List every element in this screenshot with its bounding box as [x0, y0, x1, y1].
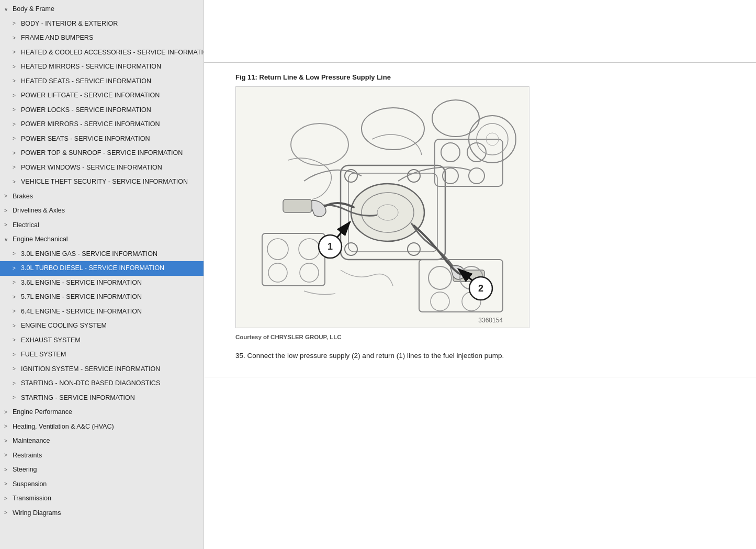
sidebar-item-vehicle-theft[interactable]: >VEHICLE THEFT SECURITY - SERVICE INFORM…	[0, 175, 204, 189]
diagram-container: 1 2 3360154	[235, 86, 529, 328]
sidebar-item-power-liftgate[interactable]: >POWER LIFTGATE - SERVICE INFORMATION	[0, 88, 204, 103]
chevron-icon: >	[13, 121, 20, 128]
chevron-icon: >	[13, 351, 20, 358]
sidebar-item-heated-mirrors[interactable]: >HEATED MIRRORS - SERVICE INFORMATION	[0, 60, 204, 74]
chevron-icon: >	[13, 308, 20, 315]
courtesy-text: Courtesy of CHRYSLER GROUP, LLC	[235, 334, 735, 340]
chevron-icon: >	[13, 150, 20, 157]
chevron-icon: >	[4, 193, 12, 200]
sidebar-item-label: EXHAUST SYSTEM	[21, 336, 81, 345]
sidebar-item-engine-3l-gas[interactable]: >3.0L ENGINE GAS - SERVICE INFORMATION	[0, 247, 204, 262]
sidebar-item-transmission[interactable]: >Transmission	[0, 491, 204, 506]
chevron-icon: >	[13, 49, 20, 56]
sidebar-item-label: BODY - INTERIOR & EXTERIOR	[21, 19, 118, 29]
svg-text:3360154: 3360154	[478, 317, 503, 324]
chevron-icon: >	[13, 106, 20, 114]
chevron-icon: >	[13, 294, 20, 301]
sidebar-item-label: 3.0L ENGINE GAS - SERVICE INFORMATION	[21, 250, 157, 259]
instruction-text: 35. Connect the low pressure supply (2) …	[235, 351, 735, 361]
sidebar-item-label: POWER LIFTGATE - SERVICE INFORMATION	[21, 91, 160, 100]
sidebar-item-power-seats[interactable]: >POWER SEATS - SERVICE INFORMATION	[0, 132, 204, 147]
sidebar-item-maintenance[interactable]: >Maintenance	[0, 434, 204, 449]
sidebar-item-label: HEATED SEATS - SERVICE INFORMATION	[21, 77, 151, 86]
engine-diagram: 1 2 3360154	[236, 87, 529, 328]
sidebar-item-ignition[interactable]: >IGNITION SYSTEM - SERVICE INFORMATION	[0, 362, 204, 377]
sidebar-item-label: Brakes	[13, 192, 33, 201]
sidebar-item-starting-service[interactable]: >STARTING - SERVICE INFORMATION	[0, 391, 204, 406]
chevron-icon: >	[13, 35, 20, 42]
sidebar-item-engine-36l[interactable]: >3.6L ENGINE - SERVICE INFORMATION	[0, 276, 204, 290]
sidebar-item-label: Engine Performance	[13, 408, 72, 417]
sidebar-item-brakes[interactable]: >Brakes	[0, 189, 204, 204]
svg-rect-13	[283, 199, 312, 212]
sidebar-item-label: HEATED & COOLED ACCESSORIES - SERVICE IN…	[21, 48, 204, 58]
chevron-icon: >	[13, 394, 20, 401]
sidebar-item-engine-cooling[interactable]: >ENGINE COOLING SYSTEM	[0, 319, 204, 333]
sidebar-item-fuel-system[interactable]: >FUEL SYSTEM	[0, 348, 204, 362]
sidebar-item-engine-64l[interactable]: >6.4L ENGINE - SERVICE INFORMATION	[0, 305, 204, 319]
sidebar-item-body-frame[interactable]: ∨Body & Frame	[0, 2, 204, 17]
sidebar-item-heated-cooled[interactable]: >HEATED & COOLED ACCESSORIES - SERVICE I…	[0, 46, 204, 60]
sidebar-item-label: Wiring Diagrams	[13, 509, 61, 518]
sidebar-item-drivelines[interactable]: >Drivelines & Axles	[0, 204, 204, 218]
sidebar-item-label: 3.6L ENGINE - SERVICE INFORMATION	[21, 278, 142, 288]
figure-section: Fig 11: Return Line & Low Pressure Suppl…	[204, 63, 756, 377]
sidebar-item-label: Transmission	[13, 494, 51, 503]
sidebar-item-restraints[interactable]: >Restraints	[0, 449, 204, 463]
sidebar-item-label: Restraints	[13, 451, 42, 461]
sidebar-item-engine-57l[interactable]: >5.7L ENGINE - SERVICE INFORMATION	[0, 290, 204, 305]
chevron-icon: ∨	[4, 6, 12, 13]
sidebar-item-starting-non-dtc[interactable]: >STARTING - NON-DTC BASED DIAGNOSTICS	[0, 376, 204, 391]
chevron-icon: >	[13, 178, 20, 186]
sidebar-item-frame-bumpers[interactable]: >FRAME AND BUMPERS	[0, 31, 204, 46]
sidebar-item-hvac[interactable]: >Heating, Ventilation & A&C (HVAC)	[0, 420, 204, 434]
sidebar-item-suspension[interactable]: >Suspension	[0, 477, 204, 492]
chevron-icon: >	[13, 63, 20, 71]
sidebar-item-label: POWER WINDOWS - SERVICE INFORMATION	[21, 163, 162, 173]
chevron-icon: >	[13, 265, 20, 272]
chevron-icon: >	[13, 279, 20, 286]
sidebar-item-heated-seats[interactable]: >HEATED SEATS - SERVICE INFORMATION	[0, 74, 204, 89]
chevron-icon: >	[13, 337, 20, 344]
sidebar-item-label: Maintenance	[13, 436, 50, 446]
sidebar-item-engine-3l-diesel[interactable]: >3.0L TURBO DIESEL - SERVICE INFORMATION	[0, 261, 204, 276]
sidebar-item-label: HEATED MIRRORS - SERVICE INFORMATION	[21, 62, 161, 72]
chevron-icon: >	[13, 365, 20, 373]
sidebar-item-label: FUEL SYSTEM	[21, 350, 66, 360]
figure-caption: Fig 11: Return Line & Low Pressure Suppl…	[235, 73, 735, 81]
chevron-icon: >	[13, 77, 20, 85]
sidebar-item-power-top[interactable]: >POWER TOP & SUNROOF - SERVICE INFORMATI…	[0, 146, 204, 161]
sidebar-item-label: POWER MIRRORS - SERVICE INFORMATION	[21, 120, 160, 129]
chevron-icon: >	[13, 135, 20, 142]
sidebar[interactable]: ∨Body & Frame>BODY - INTERIOR & EXTERIOR…	[0, 0, 204, 549]
sidebar-item-engine-mechanical[interactable]: ∨Engine Mechanical	[0, 232, 204, 247]
sidebar-item-exhaust[interactable]: >EXHAUST SYSTEM	[0, 333, 204, 348]
sidebar-item-label: ENGINE COOLING SYSTEM	[21, 321, 107, 331]
chevron-icon: >	[4, 423, 12, 430]
chevron-icon: >	[13, 20, 20, 27]
chevron-icon: >	[4, 509, 12, 517]
sidebar-item-steering[interactable]: >Steering	[0, 463, 204, 477]
chevron-icon: >	[13, 250, 20, 257]
sidebar-item-label: IGNITION SYSTEM - SERVICE INFORMATION	[21, 365, 160, 374]
chevron-icon: >	[4, 480, 12, 488]
sidebar-item-label: 5.7L ENGINE - SERVICE INFORMATION	[21, 293, 142, 302]
chevron-icon: >	[4, 409, 12, 416]
sidebar-item-engine-performance[interactable]: >Engine Performance	[0, 405, 204, 420]
chevron-icon: >	[4, 221, 12, 229]
sidebar-item-power-locks[interactable]: >POWER LOCKS - SERVICE INFORMATION	[0, 103, 204, 118]
chevron-icon: >	[4, 452, 12, 459]
sidebar-item-label: Engine Mechanical	[13, 235, 68, 244]
sidebar-item-label: 3.0L TURBO DIESEL - SERVICE INFORMATION	[21, 264, 164, 273]
sidebar-item-label: STARTING - NON-DTC BASED DIAGNOSTICS	[21, 379, 160, 388]
sidebar-item-electrical[interactable]: >Electrical	[0, 218, 204, 233]
sidebar-item-power-windows[interactable]: >POWER WINDOWS - SERVICE INFORMATION	[0, 161, 204, 175]
chevron-icon: >	[13, 92, 20, 99]
chevron-icon: >	[4, 495, 12, 502]
sidebar-item-label: Steering	[13, 465, 37, 475]
sidebar-item-wiring-diagrams[interactable]: >Wiring Diagrams	[0, 506, 204, 521]
sidebar-item-label: Body & Frame	[13, 5, 54, 14]
sidebar-item-power-mirrors[interactable]: >POWER MIRRORS - SERVICE INFORMATION	[0, 117, 204, 132]
sidebar-item-label: POWER TOP & SUNROOF - SERVICE INFORMATIO…	[21, 149, 183, 158]
sidebar-item-body-interior[interactable]: >BODY - INTERIOR & EXTERIOR	[0, 17, 204, 31]
